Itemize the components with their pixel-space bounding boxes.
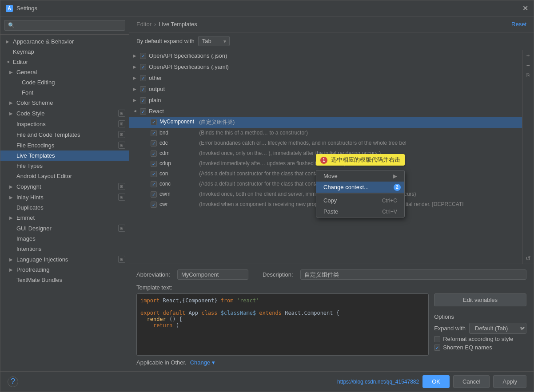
list-item-mycomponent[interactable]: MyComponent (自定义组件类) <box>129 117 522 128</box>
sidebar-item-inlay-hints[interactable]: ▶ Inlay Hints ⊞ <box>0 192 129 202</box>
group-row-plain[interactable]: ▶ plain <box>129 95 522 106</box>
item-checkbox-cwm[interactable] <box>151 191 157 198</box>
item-name: cwr <box>159 201 195 207</box>
remove-template-button[interactable]: − <box>524 61 533 70</box>
title-bar: A Settings ✕ <box>0 0 534 16</box>
list-side-buttons: + − ⎘ ↺ <box>522 50 534 264</box>
list-item-cdc[interactable]: cdc (Error boundaries catch er… lifecycl… <box>129 138 522 148</box>
shorten-eq-checkbox[interactable] <box>434 344 440 351</box>
close-button[interactable]: ✕ <box>522 5 528 12</box>
arrow-icon: ▶ <box>9 184 14 189</box>
sidebar-item-file-code-templates[interactable]: File and Code Templates ⊞ <box>0 129 129 140</box>
sidebar-item-appearance[interactable]: ▶ Appearance & Behavior <box>0 36 129 47</box>
group-row-openapi-json[interactable]: ▶ OpenAPI Specifications (.json) <box>129 50 522 61</box>
group-checkbox-other[interactable] <box>140 75 146 81</box>
badge-2: 2 <box>394 184 401 191</box>
group-row-other[interactable]: ▶ other <box>129 72 522 83</box>
item-name: cdm <box>159 150 195 156</box>
sidebar-item-color-scheme[interactable]: ▶ Color Scheme <box>0 98 129 108</box>
revert-template-button[interactable]: ↺ <box>524 254 533 263</box>
sidebar-item-keymap[interactable]: Keymap <box>0 47 129 57</box>
sidebar-item-label: Intentions <box>16 245 41 252</box>
badge-1: 1 <box>320 157 327 164</box>
sidebar-item-gui-designer[interactable]: GUI Designer ⊞ <box>0 223 129 234</box>
sidebar-item-proofreading[interactable]: ▶ Proofreading <box>0 265 129 275</box>
copy-template-button[interactable]: ⎘ <box>524 71 533 79</box>
template-editor[interactable]: import React,{Component} from 'react' ex… <box>136 293 429 356</box>
search-input[interactable] <box>4 20 125 31</box>
expand-dropdown-wrapper: Tab Space Enter ▼ <box>198 36 230 46</box>
context-menu-item-copy[interactable]: Copy Ctrl+C <box>316 195 404 206</box>
template-text-row: import React,{Component} from 'react' ex… <box>136 293 526 356</box>
sidebar-item-label: Emmet <box>16 214 35 221</box>
help-button[interactable]: ? <box>8 376 18 387</box>
sidebar-item-general[interactable]: ▶ General <box>0 67 129 77</box>
list-item-bnd[interactable]: bnd (Binds the this of a method… to a co… <box>129 128 522 138</box>
sidebar-item-code-editing[interactable]: Code Editing <box>0 77 129 87</box>
description-input[interactable] <box>300 269 526 280</box>
reset-button[interactable]: Reset <box>511 21 526 28</box>
cancel-button[interactable]: Cancel <box>453 375 490 388</box>
sidebar-item-duplicates[interactable]: Duplicates <box>0 202 129 213</box>
badge-icon: ⊞ <box>118 225 125 232</box>
group-checkbox-openapi-yaml[interactable] <box>140 64 146 70</box>
sidebar-item-emmet[interactable]: ▶ Emmet <box>0 213 129 223</box>
item-checkbox-conc[interactable] <box>151 181 157 187</box>
item-checkbox-bnd[interactable] <box>151 130 157 136</box>
group-label: other <box>149 75 162 81</box>
group-checkbox-output[interactable] <box>140 86 146 92</box>
badge-icon: ⊞ <box>118 183 125 190</box>
sidebar-item-editor[interactable]: ▼ Editor <box>0 57 129 67</box>
breadcrumb-current: Live Templates <box>159 21 197 28</box>
arrow-icon: ▶ <box>9 195 14 200</box>
group-checkbox-openapi-json[interactable] <box>140 53 146 59</box>
badge-icon: ⊞ <box>118 110 125 117</box>
edit-variables-button[interactable]: Edit variables <box>434 293 526 306</box>
submenu-arrow-icon: ▶ <box>393 173 397 179</box>
context-menu-item-paste[interactable]: Paste Ctrl+V <box>316 206 404 217</box>
group-checkbox-react[interactable] <box>140 108 146 115</box>
change-link[interactable]: Change ▾ <box>190 359 215 366</box>
item-checkbox-cdc[interactable] <box>151 140 157 147</box>
sidebar-item-android-layout-editor[interactable]: Android Layout Editor <box>0 171 129 181</box>
group-row-output[interactable]: ▶ output <box>129 83 522 95</box>
arrow-icon: ▶ <box>9 70 14 75</box>
menu-item-label: Copy <box>323 197 337 204</box>
group-checkbox-plain[interactable] <box>140 97 146 103</box>
reformat-checkbox[interactable] <box>434 336 440 342</box>
sidebar-item-textmate-bundles[interactable]: TextMate Bundles <box>0 275 129 285</box>
sidebar-item-font[interactable]: Font <box>0 87 129 98</box>
item-checkbox-mycomponent[interactable] <box>151 119 157 125</box>
ok-button[interactable]: OK <box>422 375 450 388</box>
group-label: plain <box>149 97 161 103</box>
sidebar-item-images[interactable]: Images <box>0 234 129 244</box>
search-box <box>0 16 129 35</box>
add-template-button[interactable]: + <box>524 51 533 60</box>
group-label: output <box>149 86 165 92</box>
sidebar-item-copyright[interactable]: ▶ Copyright ⊞ <box>0 181 129 192</box>
expand-with-label: Expand with <box>434 325 466 332</box>
expand-dropdown[interactable]: Tab Space Enter <box>198 36 230 46</box>
item-checkbox-cwr[interactable] <box>151 202 157 208</box>
sidebar-item-code-style[interactable]: ▶ Code Style ⊞ <box>0 108 129 119</box>
sidebar-item-file-types[interactable]: File Types <box>0 161 129 171</box>
toolbar-bar: By default expand with Tab Space Enter ▼ <box>129 32 534 50</box>
context-menu-item-change-context[interactable]: Change context... 2 <box>316 182 404 193</box>
apply-button[interactable]: Apply <box>493 375 526 388</box>
sidebar-item-inspections[interactable]: Inspections ⊞ <box>0 119 129 129</box>
group-row-react[interactable]: ▼ React <box>129 106 522 117</box>
sidebar-item-label: Font <box>22 89 33 96</box>
item-checkbox-cdup[interactable] <box>151 161 157 167</box>
sidebar-item-language-injections[interactable]: ▶ Language Injections ⊞ <box>0 254 129 265</box>
expand-with-dropdown[interactable]: Default (Tab) Tab Space <box>469 323 526 334</box>
arrow-icon: ▶ <box>133 98 137 103</box>
abbreviation-input[interactable] <box>177 269 248 280</box>
group-row-openapi-yaml[interactable]: ▶ OpenAPI Specifications (.yaml) <box>129 61 522 72</box>
item-checkbox-con[interactable] <box>151 171 157 177</box>
item-checkbox-cdm[interactable] <box>151 150 157 157</box>
group-label: OpenAPI Specifications (.json) <box>149 52 227 59</box>
sidebar-item-intentions[interactable]: Intentions <box>0 244 129 254</box>
context-menu-item-move[interactable]: Move ▶ <box>316 170 404 182</box>
sidebar-item-live-templates[interactable]: Live Templates <box>0 150 129 161</box>
sidebar-item-file-encodings[interactable]: File Encodings ⊞ <box>0 140 129 150</box>
